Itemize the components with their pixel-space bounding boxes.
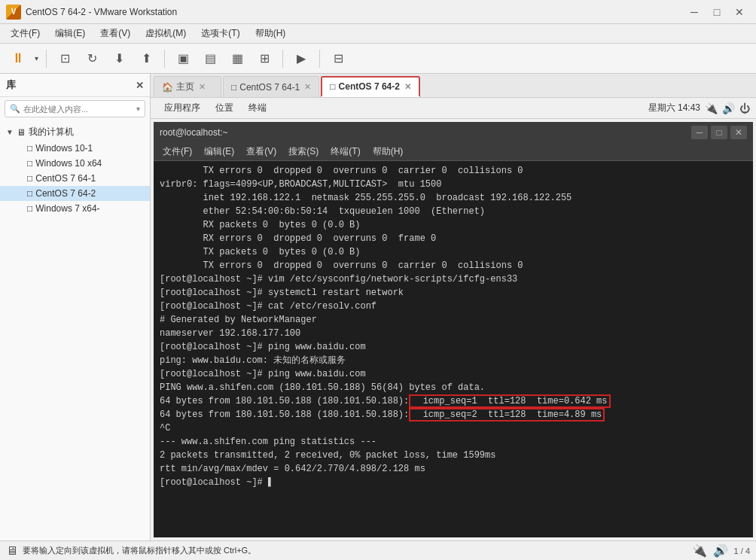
terminal-maximize-button[interactable]: □ xyxy=(711,126,727,139)
sidebar-close-icon[interactable]: ✕ xyxy=(136,80,144,91)
toolbar-btn-up[interactable]: ⬆ xyxy=(134,47,158,70)
audio-status-icon[interactable]: 🔊 xyxy=(713,543,728,558)
terminal-line: TX errors 0 dropped 0 overruns 0 carrier… xyxy=(160,259,747,272)
tab-close-home[interactable]: ✕ xyxy=(199,82,206,92)
tab-icon-home: 🏠 xyxy=(162,82,173,93)
terminal-content[interactable]: TX errors 0 dropped 0 overruns 0 carrier… xyxy=(154,161,753,537)
tree-node-icon: □ xyxy=(27,158,32,169)
app-bar-time-area: 星期六 14:43 🔌 🔊 ⏻ xyxy=(648,102,750,114)
terminal-line: TX packets 0 bytes 0 (0.0 B) xyxy=(160,245,747,259)
search-input[interactable] xyxy=(23,105,136,114)
maximize-button[interactable]: □ xyxy=(706,3,727,21)
terminal-menu-h[interactable]: 帮助(H) xyxy=(367,144,410,160)
sidebar-item-win10-x64[interactable]: □Windows 10 x64 xyxy=(0,156,150,171)
terminal-menu-t[interactable]: 终端(T) xyxy=(325,144,366,160)
clock-time: 星期六 14:43 xyxy=(648,102,700,114)
menu-item-h[interactable]: 帮助(H) xyxy=(248,25,294,42)
appbar-item-应用程序[interactable]: 应用程序 xyxy=(157,100,208,116)
terminal-line: 64 bytes from 180.101.50.188 (180.101.50… xyxy=(160,408,747,422)
sidebar-item-win7-x64[interactable]: □Windows 7 x64- xyxy=(0,201,150,216)
toolbar-btn-terminal[interactable]: ▶ xyxy=(289,47,313,70)
tree-node-label: Windows 10 x64 xyxy=(35,158,102,169)
terminal-menu-f[interactable]: 文件(F) xyxy=(157,144,198,160)
sidebar-header: 库 ✕ xyxy=(0,74,150,97)
sidebar-item-my-pc[interactable]: ▼🖥我的计算机 xyxy=(0,123,150,141)
sidebar-item-centos7-2[interactable]: □CentOS 7 64-2 xyxy=(0,186,150,201)
terminal-title: root@localhost:~ xyxy=(160,127,228,138)
appbar-item-终端[interactable]: 终端 xyxy=(241,100,274,116)
tab-home[interactable]: 🏠主页✕ xyxy=(154,76,221,97)
terminal-controls: ─ □ ✕ xyxy=(691,126,747,139)
tab-icon-centos2: □ xyxy=(330,81,335,92)
monitor-icon: 🖥 xyxy=(6,544,18,558)
tree-node-label: Windows 10-1 xyxy=(35,143,93,154)
menu-item-f[interactable]: 文件(F) xyxy=(3,25,47,42)
title-bar: V CentOS 7 64-2 - VMware Workstation ─ □… xyxy=(0,0,756,24)
minimize-button[interactable]: ─ xyxy=(684,3,705,21)
tab-label-centos2: CentOS 7 64-2 xyxy=(339,81,400,92)
toolbar-btn-refresh[interactable]: ↻ xyxy=(80,47,104,70)
status-bar: 🖥 要将输入定向到该虚拟机，请将鼠标指针移入其中或按 Ctrl+G。 🔌 🔊 1… xyxy=(0,540,756,560)
tree-node-icon: 🖥 xyxy=(17,127,26,138)
sidebar-tree: ▼🖥我的计算机 □Windows 10-1 □Windows 10 x64 □C… xyxy=(0,120,150,540)
tab-icon-centos1: □ xyxy=(231,82,236,93)
toolbar-btn-view3[interactable]: ▦ xyxy=(225,47,249,70)
window-title: CentOS 7 64-2 - VMware Workstation xyxy=(26,7,684,17)
volume-icon[interactable]: 🔊 xyxy=(722,102,735,114)
search-icon: 🔍 xyxy=(10,104,20,114)
terminal-menu-s[interactable]: 搜索(S) xyxy=(282,144,325,160)
power-icon[interactable]: ⏻ xyxy=(739,102,750,114)
terminal-window: root@localhost:~ ─ □ ✕ 文件(F)编辑(E)查看(V)搜索… xyxy=(154,122,753,537)
app-icon: V xyxy=(6,5,21,20)
tab-centos1[interactable]: □CentOS 7 64-1✕ xyxy=(223,76,319,97)
terminal-line: ^C xyxy=(160,422,747,435)
terminal-line: [root@localhost ~]# ping www.baidu.com xyxy=(160,340,747,354)
tree-node-icon: □ xyxy=(27,173,32,184)
toolbar-btn-screen[interactable]: ⊡ xyxy=(53,47,77,70)
main-layout: 库 ✕ 🔍 ▾ ▼🖥我的计算机 □Windows 10-1 □Windows 1… xyxy=(0,74,756,540)
terminal-line: inet 192.168.122.1 netmask 255.255.255.0… xyxy=(160,191,747,205)
menu-bar: 文件(F)编辑(E)查看(V)虚拟机(M)选项卡(T)帮助(H) xyxy=(0,24,756,44)
toolbar-btn-extra[interactable]: ⊟ xyxy=(326,47,350,70)
toolbar-btn-view4[interactable]: ⊞ xyxy=(252,47,276,70)
menu-item-t[interactable]: 选项卡(T) xyxy=(194,25,247,42)
terminal-close-button[interactable]: ✕ xyxy=(730,126,747,139)
status-text: 要将输入定向到该虚拟机，请将鼠标指针移入其中或按 Ctrl+G。 xyxy=(23,545,692,556)
close-button[interactable]: ✕ xyxy=(729,3,750,21)
tree-expand-icon[interactable]: ▼ xyxy=(6,128,17,136)
pause-dropdown[interactable]: ▾ xyxy=(33,53,40,64)
toolbar-btn-down[interactable]: ⬇ xyxy=(107,47,131,70)
tree-node-label: CentOS 7 64-1 xyxy=(35,173,96,184)
terminal-line: --- www.a.shifen.com ping statistics --- xyxy=(160,435,747,449)
appbar-item-位置[interactable]: 位置 xyxy=(208,100,241,116)
sidebar-item-centos7-1[interactable]: □CentOS 7 64-1 xyxy=(0,171,150,186)
menu-item-m[interactable]: 虚拟机(M) xyxy=(138,25,194,42)
terminal-menu-v[interactable]: 查看(V) xyxy=(240,144,282,160)
menu-item-e[interactable]: 编辑(E) xyxy=(47,25,93,42)
terminal-line: [root@localhost ~]# ▌ xyxy=(160,476,747,489)
tab-centos2[interactable]: □CentOS 7 64-2✕ xyxy=(321,76,420,97)
sidebar-search-box[interactable]: 🔍 ▾ xyxy=(5,100,145,117)
terminal-line: rtt min/avg/max/mdev = 0.642/2.770/4.898… xyxy=(160,462,747,476)
terminal-menu-e[interactable]: 编辑(E) xyxy=(198,144,240,160)
pause-button[interactable]: ⏸ xyxy=(6,47,30,70)
terminal-minimize-button[interactable]: ─ xyxy=(691,126,708,139)
search-dropdown-icon[interactable]: ▾ xyxy=(136,105,140,113)
sidebar: 库 ✕ 🔍 ▾ ▼🖥我的计算机 □Windows 10-1 □Windows 1… xyxy=(0,74,151,540)
terminal-line: ether 52:54:00:6b:50:14 txqueuelen 1000 … xyxy=(160,205,747,218)
tab-close-centos2[interactable]: ✕ xyxy=(404,82,411,92)
tab-label-centos1: CentOS 7 64-1 xyxy=(239,82,300,93)
pagination: 1 / 4 xyxy=(734,546,750,555)
terminal-line: [root@localhost ~]# vim /etc/sysconfig/n… xyxy=(160,272,747,286)
tab-close-centos1[interactable]: ✕ xyxy=(304,82,311,92)
network-status-icon[interactable]: 🔌 xyxy=(692,543,707,558)
menu-item-v[interactable]: 查看(V) xyxy=(93,25,138,42)
toolbar-btn-view1[interactable]: ▣ xyxy=(171,47,195,70)
tab-bar: 🏠主页✕□CentOS 7 64-1✕□CentOS 7 64-2✕ xyxy=(151,74,756,98)
terminal-line: 2 packets transmitted, 2 received, 0% pa… xyxy=(160,449,747,462)
toolbar-btn-view2[interactable]: ▤ xyxy=(198,47,222,70)
terminal-line: 64 bytes from 180.101.50.188 (180.101.50… xyxy=(160,394,747,408)
sidebar-item-win10-1[interactable]: □Windows 10-1 xyxy=(0,141,150,156)
terminal-line: [root@localhost ~]# cat /etc/resolv.conf xyxy=(160,300,747,313)
network-icon[interactable]: 🔌 xyxy=(705,102,718,114)
